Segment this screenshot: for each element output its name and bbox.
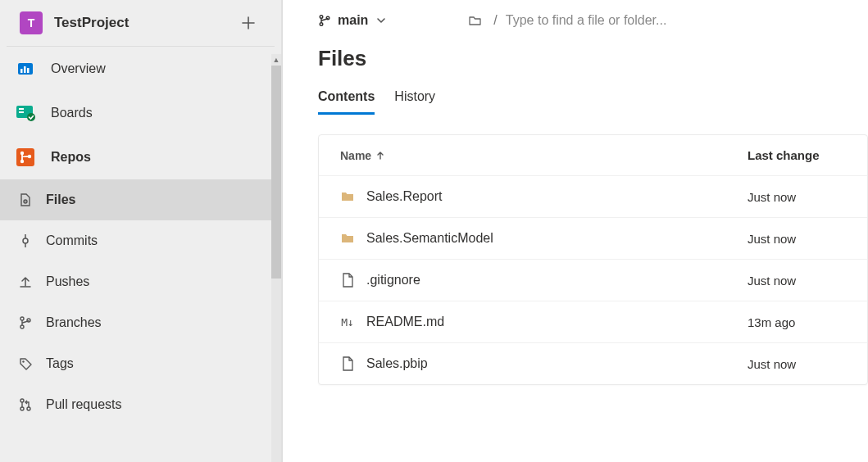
subnav-pushes[interactable]: Pushes [0,261,281,302]
svg-point-16 [20,325,24,328]
subnav-label: Commits [46,233,98,248]
svg-point-9 [20,152,24,155]
subnav-label: Pull requests [46,397,122,412]
file-row[interactable]: Sales.SemanticModel Just now [319,217,867,259]
svg-rect-3 [27,68,30,73]
boards-icon [15,102,36,124]
file-table: Name Last change Sales.Report Just now [318,134,868,385]
svg-rect-2 [24,66,26,73]
pushes-icon [16,273,34,291]
nav-repos[interactable]: Repos [0,135,281,179]
branch-icon [318,14,331,27]
breadcrumb-separator: / [493,13,497,28]
nav-boards[interactable]: Boards [0,91,281,135]
scrollbar-thumb[interactable] [271,66,281,279]
svg-point-10 [20,160,24,163]
nav-label: Boards [51,106,93,120]
file-name: .gitignore [366,273,420,288]
svg-point-22 [320,16,323,19]
subnav-label: Branches [46,315,102,330]
file-row[interactable]: M↓ README.md 13m ago [319,301,867,342]
svg-rect-6 [19,111,24,113]
add-button[interactable] [242,16,261,29]
svg-point-14 [23,238,28,243]
markdown-icon: M↓ [340,315,355,329]
column-name-label: Name [340,149,371,162]
file-last-change: Just now [748,274,846,288]
file-name: Sales.pbip [366,356,428,371]
svg-point-7 [27,113,35,121]
subnav-tags[interactable]: Tags [0,343,281,384]
scroll-up-arrow[interactable]: ▲ [271,54,281,66]
svg-rect-5 [19,108,24,110]
branch-selector[interactable]: main [318,13,386,28]
svg-point-21 [27,407,30,410]
column-last-change-header[interactable]: Last change [748,148,846,162]
files-icon [16,191,34,209]
nav-overview[interactable]: Overview [0,47,281,91]
tags-icon [16,355,34,373]
file-icon [340,273,355,288]
file-last-change: 13m ago [748,315,846,329]
tab-contents[interactable]: Contents [318,89,375,115]
content-tabs: Contents History [318,89,868,115]
file-icon [340,356,355,371]
plus-icon [242,16,261,29]
subnav-pull-requests[interactable]: Pull requests [0,384,281,425]
file-row[interactable]: Sales.pbip Just now [319,342,867,384]
subnav-branches[interactable]: Branches [0,302,281,343]
tab-history[interactable]: History [394,89,435,115]
repos-subnav: Files Commits Pushes Branches Tags [0,179,281,425]
page-title: Files [318,46,868,71]
branches-icon [16,314,34,332]
commits-icon [16,232,34,250]
column-name-header[interactable]: Name [340,149,748,162]
file-table-header: Name Last change [319,135,867,175]
subnav-commits[interactable]: Commits [0,220,281,261]
project-avatar: T [20,11,43,34]
folder-icon [340,189,355,204]
main-content: main / Files Contents History Name Last … [282,0,868,462]
svg-point-18 [22,360,24,362]
subnav-label: Tags [46,356,74,371]
file-last-change: Just now [748,232,846,246]
folder-icon [340,231,355,246]
subnav-label: Pushes [46,274,89,289]
svg-point-13 [25,201,26,202]
svg-rect-1 [20,69,23,73]
subnav-label: Files [46,192,75,207]
file-row[interactable]: .gitignore Just now [319,259,867,301]
svg-point-15 [20,317,24,320]
branch-name: main [338,13,368,28]
pull-requests-icon [16,396,34,414]
subnav-files[interactable]: Files [0,179,281,220]
svg-point-23 [320,23,323,26]
overview-icon [15,58,36,79]
sidebar-scrollbar[interactable]: ▲ [271,54,281,462]
file-name: README.md [366,315,444,329]
file-name: Sales.Report [366,189,443,204]
file-search-input[interactable] [506,13,752,28]
nav-label: Overview [51,61,106,76]
nav-label: Repos [51,150,91,165]
file-last-change: Just now [748,190,846,204]
root-folder-icon[interactable] [468,14,482,28]
divider [282,0,283,462]
svg-point-20 [20,407,24,410]
file-last-change: Just now [748,357,846,371]
repos-icon [15,147,36,168]
svg-point-19 [20,399,24,402]
sidebar: T TestProject Overview Boards Repos Fi [0,0,282,462]
project-header[interactable]: T TestProject [7,0,275,47]
file-row[interactable]: Sales.Report Just now [319,175,867,217]
sort-ascending-icon [376,152,384,160]
chevron-down-icon [376,16,386,25]
file-name: Sales.SemanticModel [366,231,493,246]
top-bar: main / [282,0,868,28]
project-title: TestProject [54,15,242,31]
svg-rect-8 [16,148,34,166]
